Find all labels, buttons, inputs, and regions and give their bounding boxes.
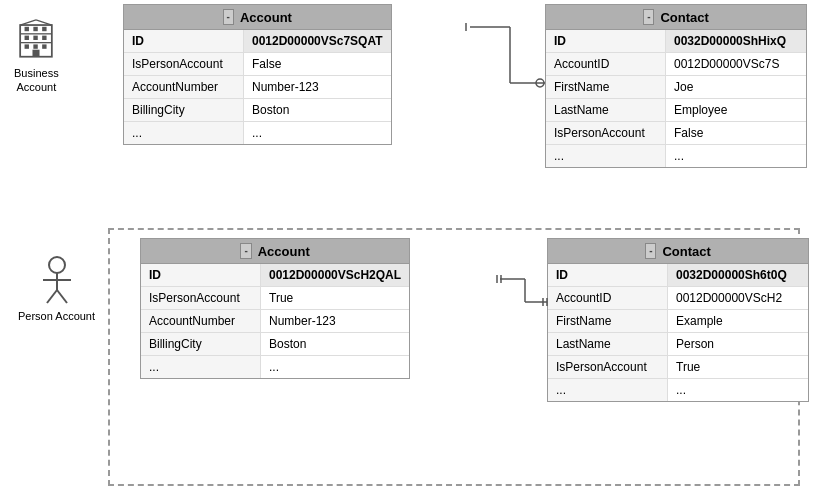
bottom-account-row-3: BillingCity Boston [141, 333, 409, 356]
top-account-title: Account [240, 10, 292, 25]
top-account-row-2: AccountNumber Number-123 [124, 76, 391, 99]
bottom-contact-firstname-value: Example [668, 310, 808, 332]
svg-line-19 [57, 290, 67, 303]
top-contact-isperson-label: IsPersonAccount [546, 122, 666, 144]
top-account-billingcity-label: BillingCity [124, 99, 244, 121]
top-contact-row-1: AccountID 0012D00000VSc7S [546, 53, 806, 76]
top-account-dots-label: ... [124, 122, 244, 144]
svg-rect-3 [25, 27, 29, 31]
person-account-label: Person Account [18, 309, 95, 323]
bottom-contact-id-value: 0032D00000Sh6t0Q [668, 264, 808, 286]
bottom-account-id-value: 0012D00000VScH2QAL [261, 264, 409, 286]
svg-rect-8 [42, 36, 46, 40]
bottom-account-collapse[interactable]: - [240, 243, 251, 259]
svg-rect-9 [25, 44, 29, 48]
svg-point-23 [536, 79, 544, 87]
bottom-contact-row-dots: ... ... [548, 379, 808, 401]
business-account-icon-group: Business Account [14, 18, 59, 95]
top-contact-row-4: IsPersonAccount False [546, 122, 806, 145]
bottom-account-accnum-label: AccountNumber [141, 310, 261, 332]
bottom-contact-accountid-value: 0012D00000VScH2 [668, 287, 808, 309]
bottom-account-row-1: IsPersonAccount True [141, 287, 409, 310]
svg-rect-10 [34, 44, 38, 48]
top-account-id-value: 0012D00000VSc7SQAT [244, 30, 391, 52]
svg-rect-12 [33, 50, 40, 57]
person-icon [39, 255, 75, 305]
diagram-area: Business Account - Account ID 0012D00000… [0, 0, 814, 500]
top-account-billingcity-value: Boston [244, 99, 384, 121]
top-contact-accountid-value: 0012D00000VSc7S [666, 53, 806, 75]
bottom-contact-id-header: ID 0032D00000Sh6t0Q [548, 264, 808, 287]
bottom-contact-title: Contact [662, 244, 710, 259]
bottom-account-row-2: AccountNumber Number-123 [141, 310, 409, 333]
top-contact-id-label: ID [546, 30, 666, 52]
top-contact-table: - Contact ID 0032D00000ShHixQ AccountID … [545, 4, 807, 168]
top-contact-row-dots: ... ... [546, 145, 806, 167]
bottom-contact-isperson-label: IsPersonAccount [548, 356, 668, 378]
bottom-contact-dots-value: ... [668, 379, 808, 401]
svg-rect-6 [25, 36, 29, 40]
top-account-id-header: ID 0012D00000VSc7SQAT [124, 30, 391, 53]
svg-rect-4 [34, 27, 38, 31]
top-contact-lastname-value: Employee [666, 99, 806, 121]
bottom-contact-accountid-label: AccountID [548, 287, 668, 309]
top-account-id-label: ID [124, 30, 244, 52]
bottom-contact-isperson-value: True [668, 356, 808, 378]
bottom-account-row-dots: ... ... [141, 356, 409, 378]
top-account-isperson-value: False [244, 53, 384, 75]
bottom-account-header: - Account [141, 239, 409, 264]
business-account-label: Business Account [14, 66, 59, 95]
top-contact-row-2: FirstName Joe [546, 76, 806, 99]
bottom-contact-collapse[interactable]: - [645, 243, 656, 259]
top-contact-header: - Contact [546, 5, 806, 30]
bottom-contact-table: - Contact ID 0032D00000Sh6t0Q AccountID … [547, 238, 809, 402]
top-contact-firstname-label: FirstName [546, 76, 666, 98]
top-account-isperson-label: IsPersonAccount [124, 53, 244, 75]
bottom-account-id-header: ID 0012D00000VScH2QAL [141, 264, 409, 287]
person-account-icon-group: Person Account [18, 255, 95, 323]
bottom-account-dots-value: ... [261, 356, 401, 378]
svg-rect-5 [42, 27, 46, 31]
building-icon [14, 18, 58, 62]
bottom-account-billingcity-value: Boston [261, 333, 401, 355]
top-contact-isperson-value: False [666, 122, 806, 144]
bottom-contact-row-4: IsPersonAccount True [548, 356, 808, 379]
top-contact-firstname-value: Joe [666, 76, 806, 98]
top-account-dots-value: ... [244, 122, 384, 144]
top-contact-row-3: LastName Employee [546, 99, 806, 122]
bottom-contact-lastname-label: LastName [548, 333, 668, 355]
top-contact-id-value: 0032D00000ShHixQ [666, 30, 806, 52]
bottom-contact-row-1: AccountID 0012D00000VScH2 [548, 287, 808, 310]
top-contact-accountid-label: AccountID [546, 53, 666, 75]
top-contact-collapse[interactable]: - [643, 9, 654, 25]
bottom-contact-lastname-value: Person [668, 333, 808, 355]
top-account-accnum-value: Number-123 [244, 76, 384, 98]
top-contact-dots-value: ... [666, 145, 806, 167]
bottom-account-billingcity-label: BillingCity [141, 333, 261, 355]
bottom-contact-row-3: LastName Person [548, 333, 808, 356]
top-contact-id-header: ID 0032D00000ShHixQ [546, 30, 806, 53]
bottom-account-dots-label: ... [141, 356, 261, 378]
top-contact-dots-label: ... [546, 145, 666, 167]
bottom-contact-row-2: FirstName Example [548, 310, 808, 333]
top-account-row-3: BillingCity Boston [124, 99, 391, 122]
bottom-contact-dots-label: ... [548, 379, 668, 401]
svg-point-15 [49, 257, 65, 273]
top-account-accnum-label: AccountNumber [124, 76, 244, 98]
svg-rect-11 [42, 44, 46, 48]
top-contact-title: Contact [660, 10, 708, 25]
bottom-contact-id-label: ID [548, 264, 668, 286]
bottom-account-table: - Account ID 0012D00000VScH2QAL IsPerson… [140, 238, 410, 379]
bottom-account-id-label: ID [141, 264, 261, 286]
bottom-contact-firstname-label: FirstName [548, 310, 668, 332]
bottom-contact-header: - Contact [548, 239, 808, 264]
svg-rect-7 [34, 36, 38, 40]
svg-line-18 [47, 290, 57, 303]
bottom-account-isperson-value: True [261, 287, 401, 309]
top-account-collapse[interactable]: - [223, 9, 234, 25]
top-account-header: - Account [124, 5, 391, 30]
top-account-row-1: IsPersonAccount False [124, 53, 391, 76]
top-account-table: - Account ID 0012D00000VSc7SQAT IsPerson… [123, 4, 392, 145]
bottom-account-title: Account [258, 244, 310, 259]
top-contact-lastname-label: LastName [546, 99, 666, 121]
